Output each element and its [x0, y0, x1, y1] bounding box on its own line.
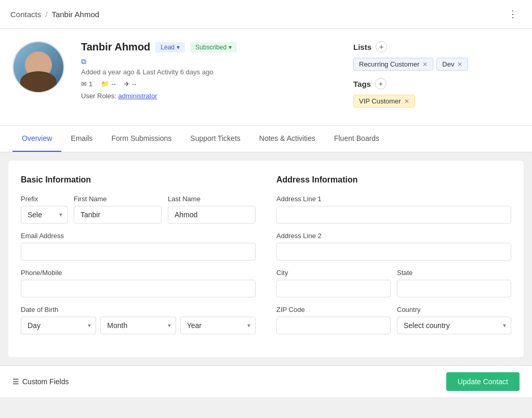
lists-row: Recurring Customer ✕ Dev ✕ — [353, 58, 520, 71]
tab-fluent-boards[interactable]: Fluent Boards — [325, 126, 389, 152]
firstname-label: First Name — [74, 195, 162, 203]
dob-year-wrap: Year 200019991995 19901985 — [180, 317, 256, 334]
email-label: Email Address — [21, 232, 256, 240]
avatar — [12, 41, 64, 93]
email-action[interactable]: ✉ 1 — [81, 80, 92, 88]
user-role-link[interactable]: administrator — [118, 92, 157, 100]
breadcrumb-contacts[interactable]: Contacts — [10, 10, 41, 19]
custom-fields-icon: ☰ — [12, 377, 19, 386]
custom-fields-button[interactable]: ☰ Custom Fields — [12, 375, 69, 388]
notes-icon: ✈ — [124, 80, 130, 88]
lead-badge[interactable]: Lead ▾ — [155, 42, 185, 53]
email-group: Email Address — [21, 232, 256, 260]
contact-info: Tanbir Ahmod Lead ▾ Subscribed ▾ ⧉ Added… — [81, 41, 337, 115]
folder-icon: 📁 — [101, 80, 109, 88]
lastname-label: Last Name — [168, 195, 256, 203]
contact-header: Tanbir Ahmod Lead ▾ Subscribed ▾ ⧉ Added… — [0, 29, 532, 126]
contact-actions: ✉ 1 📁 -- ✈ -- — [81, 80, 337, 88]
lastname-group: Last Name — [168, 195, 256, 224]
subscribed-badge[interactable]: Subscribed ▾ — [190, 42, 237, 53]
country-select[interactable]: Select country United States United King… — [397, 317, 511, 334]
address-line1-group: Address Line 1 — [276, 195, 511, 224]
bottom-bar: ☰ Custom Fields Update Contact — [0, 365, 532, 397]
dob-day-wrap: Day 123 45 — [21, 317, 96, 334]
phone-input[interactable] — [21, 280, 256, 297]
zip-group: ZIP Code — [276, 306, 391, 334]
breadcrumb-separator: / — [45, 10, 47, 19]
tabs-bar: Overview Emails Form Submissions Support… — [0, 126, 532, 152]
dob-group: Date of Birth Day 123 45 Month — [21, 306, 256, 334]
list-item: Dev ✕ — [436, 58, 468, 71]
dob-label: Date of Birth — [21, 306, 256, 314]
city-label: City — [276, 269, 391, 277]
email-icon: ✉ — [81, 80, 87, 88]
address-line1-label: Address Line 1 — [276, 195, 511, 203]
contact-meta: Added a year ago & Last Activity 6 days … — [81, 68, 337, 76]
phone-group: Phone/Mobile — [21, 269, 256, 297]
address-info-title: Address Information — [276, 175, 511, 185]
tab-overview[interactable]: Overview — [12, 126, 61, 152]
address-information-section: Address Information Address Line 1 Addre… — [276, 175, 511, 343]
lastname-input[interactable] — [168, 206, 256, 224]
address-line2-group: Address Line 2 — [276, 232, 511, 260]
phone-label: Phone/Mobile — [21, 269, 256, 277]
list-item: Recurring Customer ✕ — [353, 58, 433, 71]
prefix-group: Prefix Sele Mr. Mrs. Ms. Dr. — [21, 195, 68, 224]
prefix-select[interactable]: Sele Mr. Mrs. Ms. Dr. — [21, 206, 68, 224]
zip-input[interactable] — [276, 317, 391, 334]
tab-form-submissions[interactable]: Form Submissions — [102, 126, 181, 152]
firstname-group: First Name — [74, 195, 162, 224]
remove-recurring-customer[interactable]: ✕ — [422, 61, 428, 68]
zip-label: ZIP Code — [276, 306, 391, 314]
external-link-icon[interactable]: ⧉ — [81, 57, 337, 66]
top-bar: Contacts / Tanbir Ahmod ⋮ — [0, 0, 532, 29]
address-line2-input[interactable] — [276, 243, 511, 260]
tab-support-tickets[interactable]: Support Tickets — [181, 126, 250, 152]
files-action[interactable]: 📁 -- — [101, 80, 116, 88]
more-options-button[interactable]: ⋮ — [504, 6, 522, 22]
dob-month-wrap: Month JanuaryFebruaryMarch AprilMayJune — [100, 317, 176, 334]
state-input[interactable] — [397, 280, 511, 297]
email-input[interactable] — [21, 243, 256, 260]
user-roles: User Roles: administrator — [81, 92, 337, 100]
main-content: Basic Information Prefix Sele Mr. Mrs. M… — [8, 161, 524, 357]
update-contact-button[interactable]: Update Contact — [446, 372, 520, 391]
tab-notes-activities[interactable]: Notes & Activities — [250, 126, 325, 152]
address-line1-input[interactable] — [276, 206, 511, 224]
address-line2-label: Address Line 2 — [276, 232, 511, 240]
country-label: Country — [397, 306, 511, 314]
breadcrumb-current: Tanbir Ahmod — [51, 10, 99, 19]
add-tag-button[interactable]: + — [375, 78, 387, 89]
remove-dev[interactable]: ✕ — [457, 61, 462, 68]
firstname-input[interactable] — [74, 206, 162, 224]
state-group: State — [397, 269, 511, 297]
basic-information-section: Basic Information Prefix Sele Mr. Mrs. M… — [21, 175, 256, 343]
tag-item: VIP Customer ✕ — [353, 95, 415, 108]
contact-name: Tanbir Ahmod — [81, 41, 150, 53]
tags-label: Tags — [353, 80, 371, 88]
basic-info-title: Basic Information — [21, 175, 256, 185]
breadcrumb: Contacts / Tanbir Ahmod — [10, 10, 99, 19]
country-group: Country Select country United States Uni… — [397, 306, 511, 334]
city-input[interactable] — [276, 280, 391, 297]
tags-row: VIP Customer ✕ — [353, 95, 520, 108]
city-group: City — [276, 269, 391, 297]
prefix-label: Prefix — [21, 195, 68, 203]
dob-day-select[interactable]: Day 123 45 — [21, 317, 96, 334]
notes-action[interactable]: ✈ -- — [124, 80, 137, 88]
remove-vip-customer[interactable]: ✕ — [404, 98, 409, 105]
add-list-button[interactable]: + — [376, 41, 387, 53]
lists-label: Lists — [353, 43, 371, 51]
state-label: State — [397, 269, 511, 277]
dob-month-select[interactable]: Month JanuaryFebruaryMarch AprilMayJune — [100, 317, 176, 334]
tab-emails[interactable]: Emails — [61, 126, 102, 152]
dob-year-select[interactable]: Year 200019991995 19901985 — [180, 317, 256, 334]
contact-lists-tags: Lists + Recurring Customer ✕ Dev ✕ Tags … — [353, 41, 520, 115]
